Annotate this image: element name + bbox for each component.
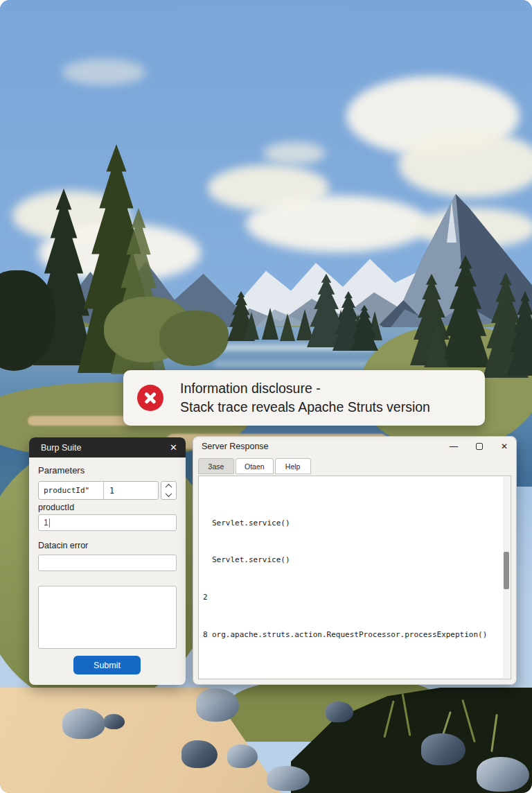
window-controls: — ✕ [450, 442, 508, 451]
burp-window-title: Burp Suite [41, 443, 81, 453]
code-line: 8org.apache.struts.action.RequestProcess… [203, 630, 508, 639]
productid-input-value: 1 [44, 518, 48, 528]
submit-button[interactable]: Submit [73, 656, 141, 674]
rock [181, 740, 218, 768]
stepper-up-button[interactable] [161, 482, 176, 491]
code-line: Servlet.service() [203, 555, 508, 564]
toast-message: Information disclosure - Stack trace rev… [180, 379, 430, 417]
server-window-title: Server Response [202, 442, 269, 451]
error-field-label: Datacin error [38, 541, 88, 550]
code-line-text: Servlet.service() [212, 555, 290, 564]
close-icon[interactable]: ✕ [170, 442, 177, 453]
server-tab[interactable]: 3ase [198, 458, 234, 474]
quantity-stepper[interactable] [161, 481, 177, 500]
vulnerability-toast: Information disclosure - Stack trace rev… [123, 370, 485, 426]
screenshot-root: Information disclosure - Stack trace rev… [0, 0, 532, 793]
rock [267, 766, 310, 791]
notes-textarea[interactable] [38, 586, 177, 649]
cloud [263, 142, 326, 164]
rock [477, 757, 529, 792]
server-tab[interactable]: Otaen [236, 458, 274, 474]
toast-line-1: Information disclosure - [180, 379, 430, 398]
rock [62, 708, 105, 739]
parameter-value-cell[interactable]: 1 [104, 482, 158, 499]
chevron-down-icon [166, 490, 172, 497]
chevron-up-icon [166, 484, 172, 491]
error-input[interactable] [38, 555, 177, 571]
gutter-mark [203, 555, 212, 564]
cloud [246, 195, 429, 252]
burp-suite-window: Burp Suite ✕ Parameters productId" 1 pro… [29, 437, 186, 685]
gutter-mark: 8 [203, 630, 212, 639]
response-code-panel[interactable]: Servlet.service() Servlet.service() 2 8o… [198, 476, 511, 679]
parameter-name-cell[interactable]: productId" [39, 482, 104, 499]
minimize-icon[interactable]: — [450, 442, 458, 451]
cloud [62, 59, 145, 85]
code-line-text: org.apache.struts.action.RequestProcesso… [212, 630, 487, 639]
code-line-text: Servlet.service() [212, 518, 290, 528]
stepper-down-button[interactable] [161, 491, 176, 500]
rock [421, 733, 466, 765]
server-titlebar[interactable]: Server Response — ✕ [193, 437, 516, 456]
productid-input[interactable]: 1 [38, 514, 177, 531]
scrollbar-track[interactable] [503, 477, 510, 678]
gutter-mark [203, 518, 212, 528]
rock [104, 714, 125, 729]
maximize-icon[interactable] [476, 443, 483, 450]
close-icon[interactable]: ✕ [501, 442, 508, 451]
parameter-row: productId" 1 [38, 481, 177, 500]
scrollbar-thumb[interactable] [504, 552, 509, 589]
toast-line-2: Stack trace reveals Apache Struts versio… [180, 398, 430, 417]
rock [227, 744, 258, 768]
productid-label: productId [38, 503, 74, 512]
burp-titlebar[interactable]: Burp Suite ✕ [29, 437, 186, 458]
rock [326, 702, 353, 722]
error-x-icon [137, 385, 163, 411]
server-tab-bar: 3ase Otaen Help [198, 458, 311, 474]
parameters-label: Parameters [38, 465, 85, 476]
gutter-mark: 2 [203, 593, 212, 602]
stack-trace-code: Servlet.service() Servlet.service() 2 8o… [199, 476, 511, 679]
parameter-box[interactable]: productId" 1 [38, 481, 159, 500]
server-response-window: Server Response — ✕ 3ase Otaen Help Serv… [193, 436, 517, 685]
code-line: Servlet.service() [203, 518, 508, 528]
server-tab[interactable]: Help [275, 458, 311, 474]
rock [196, 688, 239, 722]
code-line: 2 [203, 593, 508, 602]
text-cursor [49, 518, 50, 528]
